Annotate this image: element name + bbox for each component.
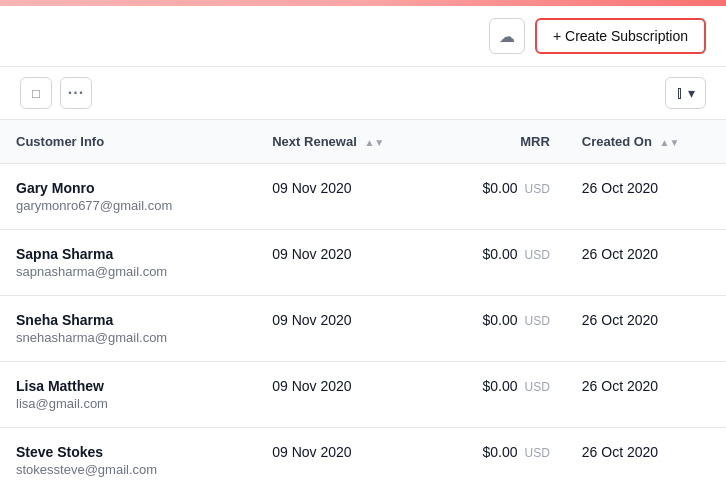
cell-mrr-1: $0.00 USD	[427, 230, 566, 296]
cell-created-4: 26 Oct 2020	[566, 428, 726, 494]
upload-button[interactable]: ☁	[489, 18, 525, 54]
cell-renewal-2: 09 Nov 2020	[256, 296, 427, 362]
customer-name-0: Gary Monro	[16, 180, 240, 196]
columns-chevron: ▾	[688, 85, 695, 101]
tab-button[interactable]: □	[20, 77, 52, 109]
table-row[interactable]: Sapna Sharma sapnasharma@gmail.com 09 No…	[0, 230, 726, 296]
cell-mrr-0: $0.00 USD	[427, 164, 566, 230]
customer-email-4: stokessteve@gmail.com	[16, 462, 240, 477]
table-row[interactable]: Gary Monro garymonro677@gmail.com 09 Nov…	[0, 164, 726, 230]
columns-button[interactable]: ⫿ ▾	[665, 77, 706, 109]
more-options-button[interactable]: ···	[60, 77, 92, 109]
table-header-row: Customer Info Next Renewal ▲▼ MRR Create…	[0, 120, 726, 164]
customer-name-4: Steve Stokes	[16, 444, 240, 460]
cell-renewal-4: 09 Nov 2020	[256, 428, 427, 494]
customer-name-1: Sapna Sharma	[16, 246, 240, 262]
customer-email-3: lisa@gmail.com	[16, 396, 240, 411]
secondary-toolbar-right: ⫿ ▾	[665, 77, 706, 109]
col-header-renewal[interactable]: Next Renewal ▲▼	[256, 120, 427, 164]
cell-created-1: 26 Oct 2020	[566, 230, 726, 296]
col-header-customer: Customer Info	[0, 120, 256, 164]
cell-renewal-3: 09 Nov 2020	[256, 362, 427, 428]
customer-email-0: garymonro677@gmail.com	[16, 198, 240, 213]
table-row[interactable]: Steve Stokes stokessteve@gmail.com 09 No…	[0, 428, 726, 494]
create-subscription-button[interactable]: + Create Subscription	[535, 18, 706, 54]
cell-mrr-3: $0.00 USD	[427, 362, 566, 428]
cell-created-0: 26 Oct 2020	[566, 164, 726, 230]
cell-customer-2: Sneha Sharma snehasharma@gmail.com	[0, 296, 256, 362]
more-icon: ···	[68, 84, 84, 102]
customer-name-2: Sneha Sharma	[16, 312, 240, 328]
columns-icon: ⫿	[676, 84, 684, 102]
cell-created-2: 26 Oct 2020	[566, 296, 726, 362]
upload-icon: ☁	[499, 27, 515, 46]
cell-mrr-4: $0.00 USD	[427, 428, 566, 494]
cell-customer-1: Sapna Sharma sapnasharma@gmail.com	[0, 230, 256, 296]
subscriptions-table: Customer Info Next Renewal ▲▼ MRR Create…	[0, 120, 726, 493]
tab-icon: □	[32, 86, 40, 101]
customer-email-1: sapnasharma@gmail.com	[16, 264, 240, 279]
secondary-toolbar-left: □ ···	[20, 77, 92, 109]
customer-name-3: Lisa Matthew	[16, 378, 240, 394]
customer-email-2: snehasharma@gmail.com	[16, 330, 240, 345]
main-toolbar: ☁ + Create Subscription	[0, 6, 726, 67]
table-row[interactable]: Sneha Sharma snehasharma@gmail.com 09 No…	[0, 296, 726, 362]
cell-renewal-1: 09 Nov 2020	[256, 230, 427, 296]
col-header-mrr: MRR	[427, 120, 566, 164]
create-subscription-label: + Create Subscription	[553, 28, 688, 44]
cell-mrr-2: $0.00 USD	[427, 296, 566, 362]
cell-customer-0: Gary Monro garymonro677@gmail.com	[0, 164, 256, 230]
table-container: Customer Info Next Renewal ▲▼ MRR Create…	[0, 120, 726, 493]
cell-renewal-0: 09 Nov 2020	[256, 164, 427, 230]
sort-icon-created: ▲▼	[660, 138, 680, 148]
cell-customer-3: Lisa Matthew lisa@gmail.com	[0, 362, 256, 428]
cell-created-3: 26 Oct 2020	[566, 362, 726, 428]
cell-customer-4: Steve Stokes stokessteve@gmail.com	[0, 428, 256, 494]
secondary-toolbar: □ ··· ⫿ ▾	[0, 67, 726, 120]
sort-icon-renewal: ▲▼	[364, 138, 384, 148]
table-row[interactable]: Lisa Matthew lisa@gmail.com 09 Nov 2020 …	[0, 362, 726, 428]
col-header-created[interactable]: Created On ▲▼	[566, 120, 726, 164]
